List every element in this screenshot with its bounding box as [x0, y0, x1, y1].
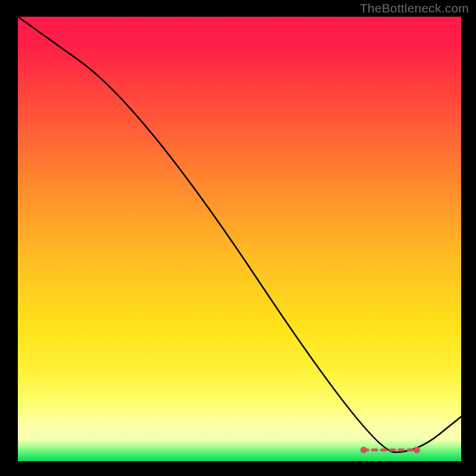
chart-container: TheBottleneck.com	[0, 0, 476, 476]
plot-area	[18, 17, 461, 461]
attribution-text: TheBottleneck.com	[360, 1, 469, 15]
bottleneck-chart	[0, 0, 476, 476]
